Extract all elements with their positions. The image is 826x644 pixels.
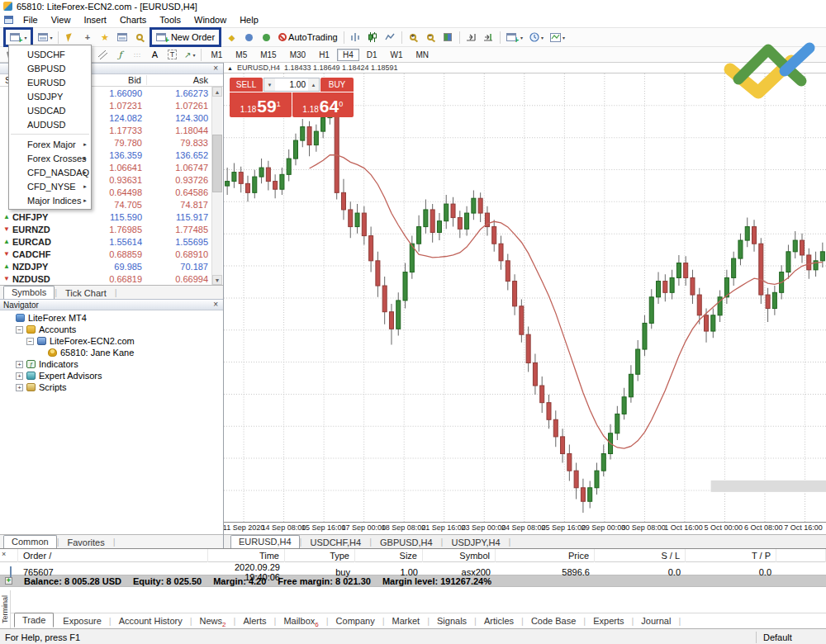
- chart-plot-area[interactable]: SELL ▼ 1.00 ▲ BUY 1.18591 1.18640: [224, 73, 826, 523]
- dropdown-group-cfd-nasdaq[interactable]: CFD_NASDAQ►: [9, 165, 91, 179]
- terminal-tab-alerts[interactable]: Alerts: [235, 614, 273, 627]
- market-watch-row-nzdjpy[interactable]: ▲NZDJPY69.98570.187: [0, 260, 223, 272]
- terminal-tab-trade[interactable]: Trade: [14, 613, 54, 627]
- scroll-down-icon[interactable]: ▼: [212, 275, 222, 285]
- timeframe-w1[interactable]: W1: [385, 49, 409, 61]
- chart-tab-gbpusd-h4[interactable]: GBPUSD,H4: [372, 536, 441, 549]
- zoom-out-button[interactable]: −: [423, 30, 439, 45]
- autotrading-button[interactable]: AutoTrading: [276, 30, 340, 45]
- scrollbar-thumb[interactable]: [212, 135, 222, 192]
- chart-tab-usdchf-h4[interactable]: USDCHF,H4: [301, 536, 369, 549]
- menu-file[interactable]: File: [17, 14, 45, 26]
- chart-shift-button[interactable]: [481, 30, 496, 45]
- terminal-tab-account-history[interactable]: Account History: [112, 614, 190, 627]
- timeframe-m15[interactable]: M15: [254, 49, 282, 61]
- menu-insert[interactable]: Insert: [77, 14, 113, 26]
- dropdown-group-forex-crosses[interactable]: Forex Crosses►: [9, 151, 91, 165]
- time-axis[interactable]: 11 Sep 202014 Sep 08:0015 Sep 16:0017 Se…: [224, 523, 826, 534]
- navigator-button[interactable]: ★: [97, 30, 112, 45]
- text-button[interactable]: A: [147, 47, 163, 62]
- status-profile[interactable]: Default: [763, 632, 821, 642]
- volume-up-icon[interactable]: ▲: [308, 78, 319, 91]
- new-chart-button[interactable]: +▾: [7, 30, 29, 45]
- column-header-order-[interactable]: Order /: [18, 549, 208, 562]
- points-button[interactable]: :::: [130, 47, 145, 62]
- dropdown-item-usdcad[interactable]: USDCAD: [9, 103, 91, 117]
- chart-tab-usdjpy-h4[interactable]: USDJPY,H4: [443, 536, 508, 549]
- tab-favorites[interactable]: Favorites: [59, 536, 112, 549]
- column-header-s-l[interactable]: S / L: [595, 549, 686, 562]
- tree-item-liteforex-mt4[interactable]: LiteForex MT4: [0, 312, 223, 324]
- terminal-tab-mailbox[interactable]: Mailbox6: [276, 614, 325, 627]
- dropdown-item-usdchf[interactable]: USDCHF: [9, 47, 91, 61]
- tree-item-accounts[interactable]: −Accounts: [0, 324, 223, 335]
- fullscreen-button[interactable]: [259, 30, 274, 45]
- terminal-tab-articles[interactable]: Articles: [477, 614, 521, 627]
- bar-chart-button[interactable]: [348, 30, 363, 45]
- menu-window[interactable]: Window: [188, 14, 233, 26]
- column-header-type[interactable]: Type: [285, 549, 355, 562]
- menu-tools[interactable]: Tools: [153, 14, 188, 26]
- timeframe-m5[interactable]: M5: [230, 49, 253, 61]
- expand-icon[interactable]: +: [16, 372, 23, 380]
- column-header-size[interactable]: Size: [355, 549, 423, 562]
- terminal-tab-exposure[interactable]: Exposure: [55, 614, 108, 627]
- dropdown-item-gbpusd[interactable]: GBPUSD: [9, 61, 91, 75]
- collapse-icon[interactable]: −: [16, 326, 23, 334]
- channel-button[interactable]: [95, 47, 111, 62]
- market-watch-row-eurnzd[interactable]: ▼EURNZD1.769851.77485: [0, 223, 223, 235]
- order-row[interactable]: 7656072020.09.29 19:40:06buy1.00asx20058…: [0, 562, 826, 575]
- tree-item-scripts[interactable]: +Scripts: [0, 381, 223, 393]
- column-header-price[interactable]: Price: [496, 549, 595, 562]
- tree-item-65810-jane-kane[interactable]: 65810: Jane Kane: [0, 347, 223, 358]
- auto-scroll-button[interactable]: [463, 30, 479, 45]
- timeframe-m30[interactable]: M30: [284, 49, 311, 61]
- tree-item-liteforex-ecn2-com[interactable]: −LiteForex-ECN2.com: [0, 335, 223, 347]
- dropdown-group-forex-major[interactable]: Forex Major►: [9, 137, 91, 151]
- options-button[interactable]: [241, 30, 257, 45]
- menu-help[interactable]: Help: [233, 14, 265, 26]
- tree-item-indicators[interactable]: +ƒIndicators: [0, 358, 223, 370]
- close-icon[interactable]: ×: [2, 550, 6, 558]
- dropdown-item-usdjpy[interactable]: USDJPY: [9, 89, 91, 103]
- tab-tick-chart[interactable]: Tick Chart: [57, 286, 115, 300]
- market-watch-row-nzdusd[interactable]: ▼NZDUSD0.668190.66994: [0, 272, 223, 285]
- collapse-one-click-icon[interactable]: ▲: [227, 65, 233, 71]
- expand-icon[interactable]: +: [16, 384, 23, 391]
- expand-icon[interactable]: +: [16, 361, 23, 368]
- arrows-button[interactable]: ↗▾: [182, 47, 197, 62]
- buy-button[interactable]: BUY: [320, 78, 354, 92]
- market-watch-row-eurcad[interactable]: ▲EURCAD1.556141.55695: [0, 235, 223, 248]
- tile-windows-button[interactable]: [440, 30, 456, 45]
- chart-tab-eurusd-h4[interactable]: EURUSD,H4: [230, 535, 300, 548]
- buy-price[interactable]: 1.18640: [292, 92, 354, 117]
- tab-symbols[interactable]: Symbols: [3, 286, 55, 299]
- tree-item-expert-advisors[interactable]: +Expert Advisors: [0, 370, 223, 381]
- candlestick-button[interactable]: [365, 30, 381, 45]
- terminal-tab-company[interactable]: Company: [329, 614, 382, 627]
- close-icon[interactable]: ×: [211, 64, 220, 73]
- timeframe-d1[interactable]: D1: [361, 49, 383, 61]
- menu-view[interactable]: View: [45, 14, 78, 26]
- timeframe-h1[interactable]: H1: [313, 49, 335, 61]
- market-watch-row-cadchf[interactable]: ▼CADCHF0.688590.68910: [0, 248, 223, 260]
- timeframe-mn[interactable]: MN: [411, 49, 435, 61]
- market-watch-scrollbar[interactable]: ▲ ▼: [211, 87, 222, 285]
- templates-button[interactable]: ▾: [548, 30, 567, 45]
- terminal-tab-news[interactable]: News2: [192, 614, 234, 627]
- terminal-tab-signals[interactable]: Signals: [430, 614, 474, 627]
- dropdown-group-cfd-nyse[interactable]: CFD_NYSE►: [9, 179, 91, 193]
- dropdown-group-major-indices[interactable]: Major Indices►: [9, 193, 91, 207]
- dropdown-item-audusd[interactable]: AUDUSD: [9, 117, 91, 131]
- indicators-button[interactable]: +▾: [504, 30, 525, 45]
- terminal-tab-experts[interactable]: Experts: [586, 614, 631, 627]
- timeframe-m1[interactable]: M1: [205, 49, 228, 61]
- periods-button[interactable]: ▾: [527, 30, 546, 45]
- close-icon[interactable]: ×: [211, 301, 220, 309]
- strategy-tester-button[interactable]: [131, 30, 147, 45]
- market-watch-row-chfjpy[interactable]: ▲CHFJPY115.590115.917: [0, 211, 223, 223]
- chart-window-icon[interactable]: [4, 16, 13, 24]
- terminal-button[interactable]: [114, 30, 130, 45]
- tab-common[interactable]: Common: [3, 535, 57, 548]
- scroll-up-icon[interactable]: ▲: [212, 87, 222, 97]
